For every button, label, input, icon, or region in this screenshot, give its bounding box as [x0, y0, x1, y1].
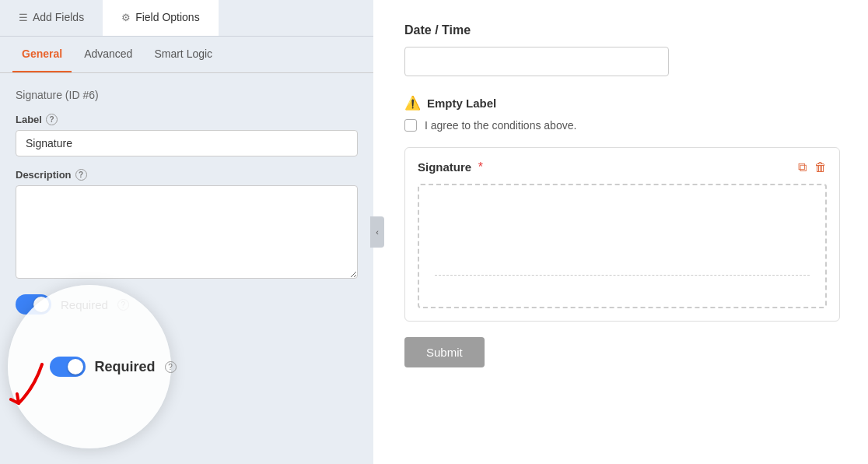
- field-id: (ID #6): [65, 89, 99, 101]
- sub-tabs: General Advanced Smart Logic: [0, 37, 373, 73]
- add-fields-icon: ☰: [19, 12, 28, 23]
- description-label: Description ?: [16, 169, 358, 181]
- sub-tab-smart-logic[interactable]: Smart Logic: [145, 37, 222, 72]
- label-field-label: Label ?: [16, 114, 358, 125]
- signature-field-header: Signature * ⧉ 🗑: [418, 160, 827, 174]
- field-name: Signature: [16, 89, 62, 101]
- warning-icon: ⚠️: [404, 95, 421, 111]
- signature-field-title: Signature: [418, 160, 471, 174]
- empty-label-text: Empty Label: [427, 97, 496, 110]
- field-options-label: Field Options: [135, 11, 199, 23]
- tab-field-options[interactable]: ⚙ Field Options: [103, 0, 218, 36]
- description-text: Description: [16, 169, 72, 181]
- circle-help-icon: ?: [165, 361, 177, 373]
- signature-line: [435, 275, 810, 276]
- date-time-title: Date / Time: [404, 23, 837, 37]
- copy-icon[interactable]: ⧉: [798, 160, 807, 174]
- circle-annotation: Required ?: [8, 285, 171, 448]
- sub-tab-general[interactable]: General: [12, 37, 72, 72]
- submit-button[interactable]: Submit: [404, 337, 485, 367]
- signature-actions: ⧉ 🗑: [798, 160, 827, 174]
- empty-label-row: ⚠️ Empty Label: [404, 95, 837, 111]
- circle-toggle: [50, 357, 86, 377]
- label-input[interactable]: [16, 130, 358, 156]
- tab-bar: ☰ Add Fields ⚙ Field Options: [0, 0, 373, 37]
- signature-draw-area[interactable]: [418, 184, 827, 308]
- agree-checkbox[interactable]: [404, 119, 417, 132]
- sub-tab-advanced[interactable]: Advanced: [75, 37, 142, 72]
- description-textarea[interactable]: [16, 185, 358, 279]
- collapse-button[interactable]: ‹: [370, 216, 384, 248]
- checkbox-row: I agree to the conditions above.: [404, 119, 837, 132]
- label-help-icon[interactable]: ?: [46, 114, 58, 125]
- signature-field-card: Signature * ⧉ 🗑: [404, 147, 840, 322]
- field-id-label: Signature (ID #6): [16, 89, 358, 101]
- signature-field-title-row: Signature *: [418, 160, 483, 174]
- label-text: Label: [16, 114, 42, 125]
- tab-add-fields[interactable]: ☰ Add Fields: [0, 0, 103, 36]
- description-group: Description ?: [16, 169, 358, 282]
- collapse-icon: ‹: [376, 227, 379, 237]
- circle-required-label: Required: [95, 359, 156, 375]
- field-options-icon: ⚙: [121, 12, 131, 23]
- description-help-icon[interactable]: ?: [75, 169, 87, 181]
- right-panel: Date / Time ⚠️ Empty Label I agree to th…: [373, 0, 868, 464]
- add-fields-label: Add Fields: [33, 11, 84, 23]
- agree-checkbox-label: I agree to the conditions above.: [425, 119, 576, 132]
- label-group: Label ?: [16, 114, 358, 156]
- left-panel: ☰ Add Fields ⚙ Field Options General Adv…: [0, 0, 373, 464]
- trash-icon[interactable]: 🗑: [814, 160, 827, 174]
- signature-required-marker: *: [478, 160, 483, 174]
- circle-inner: Required ?: [0, 341, 192, 392]
- date-time-input[interactable]: [404, 47, 669, 76]
